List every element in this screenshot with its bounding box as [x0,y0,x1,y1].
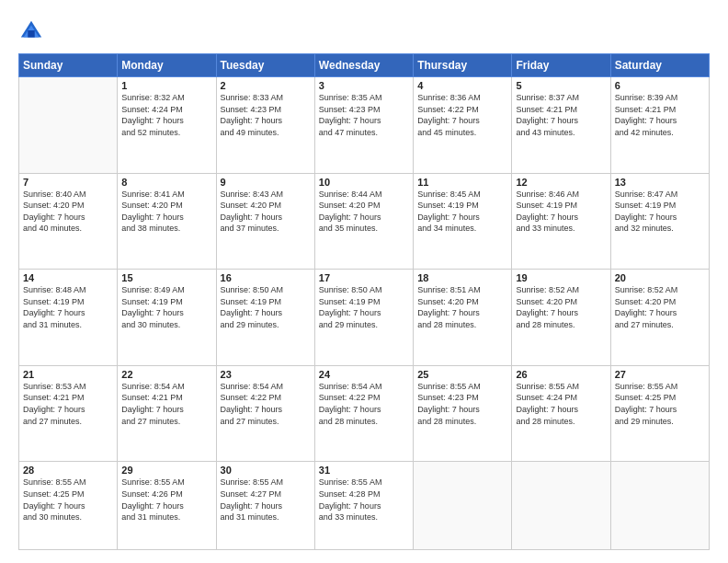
day-info: Sunrise: 8:50 AM Sunset: 4:19 PM Dayligh… [319,284,409,330]
calendar-cell: 16Sunrise: 8:50 AM Sunset: 4:19 PM Dayli… [216,270,314,366]
day-number: 1 [121,80,211,91]
calendar-cell [414,462,512,550]
day-number: 29 [121,465,211,476]
day-info: Sunrise: 8:47 AM Sunset: 4:19 PM Dayligh… [615,189,705,235]
day-number: 23 [221,369,311,380]
day-info: Sunrise: 8:46 AM Sunset: 4:19 PM Dayligh… [516,189,606,235]
day-info: Sunrise: 8:49 AM Sunset: 4:19 PM Dayligh… [121,284,211,330]
calendar-cell: 27Sunrise: 8:55 AM Sunset: 4:25 PM Dayli… [610,365,709,462]
day-number: 20 [615,272,705,283]
day-number: 15 [121,272,211,283]
day-info: Sunrise: 8:55 AM Sunset: 4:25 PM Dayligh… [23,477,113,523]
calendar-cell: 2Sunrise: 8:33 AM Sunset: 4:23 PM Daylig… [216,77,314,174]
day-number: 25 [417,369,507,380]
header [18,17,710,44]
day-number: 13 [615,177,705,188]
day-number: 3 [319,80,409,91]
day-info: Sunrise: 8:40 AM Sunset: 4:20 PM Dayligh… [23,189,113,235]
calendar-cell: 12Sunrise: 8:46 AM Sunset: 4:19 PM Dayli… [512,173,610,270]
day-number: 31 [319,465,409,476]
day-info: Sunrise: 8:53 AM Sunset: 4:21 PM Dayligh… [23,381,113,427]
day-info: Sunrise: 8:55 AM Sunset: 4:25 PM Dayligh… [615,381,705,427]
logo [18,17,47,44]
day-info: Sunrise: 8:36 AM Sunset: 4:22 PM Dayligh… [417,92,507,138]
calendar-cell: 15Sunrise: 8:49 AM Sunset: 4:19 PM Dayli… [118,270,216,366]
day-info: Sunrise: 8:41 AM Sunset: 4:20 PM Dayligh… [121,189,211,235]
calendar-cell: 25Sunrise: 8:55 AM Sunset: 4:23 PM Dayli… [414,365,512,462]
calendar-cell [512,462,610,550]
day-info: Sunrise: 8:33 AM Sunset: 4:23 PM Dayligh… [221,92,311,138]
day-info: Sunrise: 8:54 AM Sunset: 4:22 PM Dayligh… [221,381,311,427]
day-number: 21 [23,369,113,380]
weekday-header-thursday: Thursday [414,54,512,77]
day-number: 30 [221,465,311,476]
day-number: 12 [516,177,606,188]
calendar-cell: 20Sunrise: 8:52 AM Sunset: 4:20 PM Dayli… [610,270,709,366]
calendar-cell: 24Sunrise: 8:54 AM Sunset: 4:22 PM Dayli… [314,365,413,462]
weekday-header-wednesday: Wednesday [314,54,413,77]
day-info: Sunrise: 8:52 AM Sunset: 4:20 PM Dayligh… [516,284,606,330]
day-info: Sunrise: 8:54 AM Sunset: 4:21 PM Dayligh… [121,381,211,427]
calendar-cell: 1Sunrise: 8:32 AM Sunset: 4:24 PM Daylig… [118,77,216,174]
day-info: Sunrise: 8:32 AM Sunset: 4:24 PM Dayligh… [121,92,211,138]
calendar-cell: 14Sunrise: 8:48 AM Sunset: 4:19 PM Dayli… [19,270,118,366]
calendar-cell: 10Sunrise: 8:44 AM Sunset: 4:20 PM Dayli… [314,173,413,270]
week-row-4: 21Sunrise: 8:53 AM Sunset: 4:21 PM Dayli… [19,365,710,462]
day-number: 7 [23,177,113,188]
day-info: Sunrise: 8:50 AM Sunset: 4:19 PM Dayligh… [221,284,311,330]
day-number: 14 [23,272,113,283]
calendar-cell: 13Sunrise: 8:47 AM Sunset: 4:19 PM Dayli… [610,173,709,270]
day-info: Sunrise: 8:55 AM Sunset: 4:26 PM Dayligh… [121,477,211,523]
calendar-cell: 5Sunrise: 8:37 AM Sunset: 4:21 PM Daylig… [512,77,610,174]
week-row-3: 14Sunrise: 8:48 AM Sunset: 4:19 PM Dayli… [19,270,710,366]
calendar-cell: 18Sunrise: 8:51 AM Sunset: 4:20 PM Dayli… [414,270,512,366]
calendar-table: SundayMondayTuesdayWednesdayThursdayFrid… [18,53,710,550]
day-info: Sunrise: 8:52 AM Sunset: 4:20 PM Dayligh… [615,284,705,330]
day-number: 4 [417,80,507,91]
week-row-5: 28Sunrise: 8:55 AM Sunset: 4:25 PM Dayli… [19,462,710,550]
calendar-cell: 28Sunrise: 8:55 AM Sunset: 4:25 PM Dayli… [19,462,118,550]
day-info: Sunrise: 8:54 AM Sunset: 4:22 PM Dayligh… [319,381,409,427]
day-number: 19 [516,272,606,283]
weekday-header-tuesday: Tuesday [216,54,314,77]
calendar-cell: 8Sunrise: 8:41 AM Sunset: 4:20 PM Daylig… [118,173,216,270]
day-info: Sunrise: 8:37 AM Sunset: 4:21 PM Dayligh… [516,92,606,138]
day-number: 16 [221,272,311,283]
weekday-header-saturday: Saturday [610,54,709,77]
day-info: Sunrise: 8:51 AM Sunset: 4:20 PM Dayligh… [417,284,507,330]
calendar-cell: 19Sunrise: 8:52 AM Sunset: 4:20 PM Dayli… [512,270,610,366]
day-number: 11 [417,177,507,188]
calendar-cell: 9Sunrise: 8:43 AM Sunset: 4:20 PM Daylig… [216,173,314,270]
day-info: Sunrise: 8:35 AM Sunset: 4:23 PM Dayligh… [319,92,409,138]
day-number: 18 [417,272,507,283]
calendar-cell [19,77,118,174]
day-number: 10 [319,177,409,188]
day-info: Sunrise: 8:44 AM Sunset: 4:20 PM Dayligh… [319,189,409,235]
week-row-2: 7Sunrise: 8:40 AM Sunset: 4:20 PM Daylig… [19,173,710,270]
day-info: Sunrise: 8:45 AM Sunset: 4:19 PM Dayligh… [417,189,507,235]
weekday-header-friday: Friday [512,54,610,77]
logo-icon [18,18,44,44]
day-info: Sunrise: 8:55 AM Sunset: 4:23 PM Dayligh… [417,381,507,427]
day-number: 17 [319,272,409,283]
day-info: Sunrise: 8:55 AM Sunset: 4:24 PM Dayligh… [516,381,606,427]
day-number: 22 [121,369,211,380]
day-number: 26 [516,369,606,380]
day-info: Sunrise: 8:43 AM Sunset: 4:20 PM Dayligh… [221,189,311,235]
calendar-cell: 7Sunrise: 8:40 AM Sunset: 4:20 PM Daylig… [19,173,118,270]
page: SundayMondayTuesdayWednesdayThursdayFrid… [0,0,728,563]
calendar-cell: 21Sunrise: 8:53 AM Sunset: 4:21 PM Dayli… [19,365,118,462]
calendar-cell [610,462,709,550]
calendar-cell: 30Sunrise: 8:55 AM Sunset: 4:27 PM Dayli… [216,462,314,550]
day-number: 6 [615,80,705,91]
day-number: 2 [221,80,311,91]
calendar-cell: 31Sunrise: 8:55 AM Sunset: 4:28 PM Dayli… [314,462,413,550]
weekday-header-monday: Monday [118,54,216,77]
calendar-cell: 17Sunrise: 8:50 AM Sunset: 4:19 PM Dayli… [314,270,413,366]
calendar-cell: 23Sunrise: 8:54 AM Sunset: 4:22 PM Dayli… [216,365,314,462]
calendar-cell: 22Sunrise: 8:54 AM Sunset: 4:21 PM Dayli… [118,365,216,462]
calendar-cell: 11Sunrise: 8:45 AM Sunset: 4:19 PM Dayli… [414,173,512,270]
day-info: Sunrise: 8:55 AM Sunset: 4:27 PM Dayligh… [221,477,311,523]
week-row-1: 1Sunrise: 8:32 AM Sunset: 4:24 PM Daylig… [19,77,710,174]
day-number: 28 [23,465,113,476]
